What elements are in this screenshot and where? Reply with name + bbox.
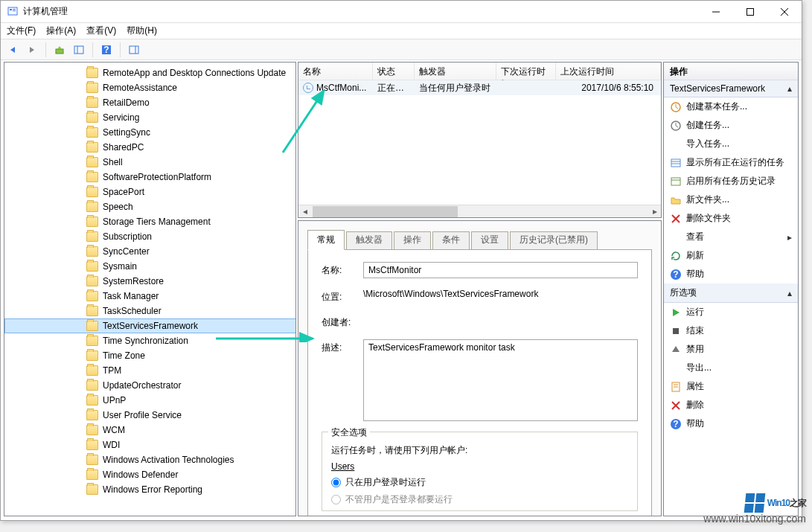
tree-pane[interactable]: RemoteApp and Desktop Connections Update… — [4, 62, 296, 516]
action-group-2-title[interactable]: 所选项▴ — [664, 283, 798, 303]
col-next-run[interactable]: 下次运行时间 — [496, 63, 556, 80]
action-help[interactable]: ?帮助 — [664, 265, 798, 283]
action-new-folder[interactable]: 新文件夹... — [664, 190, 798, 209]
action-disable[interactable]: 禁用 — [664, 340, 798, 359]
tree-item[interactable]: Windows Activation Technologies — [4, 452, 296, 467]
menu-view[interactable]: 查看(V) — [86, 25, 116, 37]
tree-item-label: SpacePort — [103, 187, 144, 197]
tree-item[interactable]: RemoteApp and Desktop Connections Update — [4, 65, 296, 80]
tree-item[interactable]: Task Manager — [4, 289, 296, 304]
svg-rect-3 — [13, 10, 16, 11]
tree-item[interactable]: SyncCenter — [4, 244, 296, 259]
tree-item-label: Speech — [103, 202, 133, 212]
action-properties[interactable]: 属性 — [664, 377, 798, 396]
action-pane-button[interactable] — [125, 42, 143, 58]
tree-item[interactable]: Sysmain — [4, 259, 296, 274]
field-name[interactable]: MsCtfMonitor — [363, 262, 638, 278]
radio-not-logged-on[interactable] — [331, 495, 341, 504]
tree-item[interactable]: SharedPC — [4, 140, 296, 155]
help-toolbar-button[interactable]: ? — [97, 42, 115, 58]
security-account[interactable]: Users — [331, 461, 628, 472]
radio-logged-on-label: 只在用户登录时运行 — [345, 476, 426, 489]
tree-item[interactable]: TextServicesFramework — [4, 318, 296, 333]
action-enable-history[interactable]: 启用所有任务历史记录 — [664, 172, 798, 190]
action-refresh[interactable]: 刷新 — [664, 246, 798, 265]
tree-item-label: Task Manager — [103, 291, 159, 301]
menu-file[interactable]: 文件(F) — [7, 25, 36, 37]
tab-actions[interactable]: 操作 — [394, 231, 431, 250]
tree-item[interactable]: UPnP — [4, 393, 296, 408]
tree-item[interactable]: Speech — [4, 199, 296, 214]
tree-item[interactable]: Shell — [4, 155, 296, 170]
col-last-run[interactable]: 上次运行时间 — [556, 63, 661, 80]
action-create-basic-task[interactable]: 创建基本任务... — [664, 97, 798, 116]
tree-item[interactable]: TPM — [4, 363, 296, 378]
col-status[interactable]: 状态 — [373, 63, 415, 80]
svg-text:?: ? — [673, 419, 678, 429]
forward-button[interactable] — [23, 42, 41, 58]
tree-item[interactable]: Time Zone — [4, 348, 296, 363]
minimize-button[interactable] — [699, 1, 733, 23]
tree-item[interactable]: WDI — [4, 438, 296, 452]
action-help2[interactable]: ?帮助 — [664, 414, 798, 433]
tree-item-label: RetailDemo — [103, 97, 150, 108]
tree-item[interactable]: SettingSync — [4, 125, 296, 140]
tree-item[interactable]: Subscription — [4, 229, 296, 244]
tree-item[interactable]: Servicing — [4, 110, 296, 125]
task-name: MsCtfMoni... — [316, 83, 366, 93]
back-button[interactable] — [4, 42, 22, 58]
field-description[interactable] — [363, 339, 638, 421]
radio-logged-on-row[interactable]: 只在用户登录时运行 — [331, 476, 628, 489]
action-delete-folder[interactable]: 删除文件夹 — [664, 209, 798, 228]
maximize-button[interactable] — [733, 1, 767, 23]
action-group-1-title[interactable]: TextServicesFramework▴ — [664, 80, 798, 97]
up-button[interactable] — [51, 42, 68, 58]
task-row[interactable]: MsCtfMoni... 正在运行 当任何用户登录时 2017/10/6 8:5… — [298, 80, 661, 95]
tree-item[interactable]: UpdateOrchestrator — [4, 378, 296, 393]
tab-settings[interactable]: 设置 — [471, 231, 508, 250]
tab-general[interactable]: 常规 — [307, 230, 345, 250]
tab-conditions[interactable]: 条件 — [432, 231, 470, 250]
action-show-running[interactable]: 显示所有正在运行的任务 — [664, 153, 798, 172]
folder-icon — [86, 276, 98, 286]
tree-item[interactable]: RemoteAssistance — [4, 80, 296, 95]
tree-item[interactable]: Time Synchronization — [4, 333, 296, 348]
show-hide-button[interactable] — [70, 42, 88, 58]
action-view[interactable]: 查看 — [664, 228, 798, 246]
tree-item[interactable]: User Profile Service — [4, 408, 296, 423]
tree-item-label: UPnP — [103, 395, 126, 406]
action-import-task[interactable]: 导入任务... — [664, 135, 798, 153]
action-create-task[interactable]: 创建任务... — [664, 116, 798, 135]
tree-item[interactable]: TaskScheduler — [4, 304, 296, 318]
close-button[interactable] — [767, 1, 802, 23]
action-end[interactable]: 结束 — [664, 321, 798, 340]
tree-item[interactable]: SoftwareProtectionPlatform — [4, 170, 296, 185]
blank-icon — [670, 231, 682, 243]
menu-help[interactable]: 帮助(H) — [127, 25, 157, 37]
radio-logged-on[interactable] — [331, 478, 341, 487]
action-run[interactable]: 运行 — [664, 303, 798, 321]
tree-item-label: RemoteAssistance — [103, 83, 177, 93]
task-status: 正在运行 — [373, 82, 415, 94]
blank-icon — [670, 138, 682, 150]
action-delete[interactable]: 删除 — [664, 396, 798, 414]
radio-not-logged-on-row[interactable]: 不管用户是否登录都要运行 — [331, 493, 628, 506]
task-list-scrollbar[interactable]: ◂▸ — [298, 205, 661, 217]
tree-item[interactable]: SystemRestore — [4, 274, 296, 289]
tree-item[interactable]: Windows Error Reporting — [4, 482, 296, 497]
col-name[interactable]: 名称 — [298, 63, 373, 80]
action-export[interactable]: 导出... — [664, 359, 798, 377]
tab-history[interactable]: 历史记录(已禁用) — [510, 231, 598, 250]
tree-item[interactable]: WCM — [4, 423, 296, 438]
tab-triggers[interactable]: 触发器 — [346, 231, 392, 250]
tree-item-label: SoftwareProtectionPlatform — [103, 172, 211, 182]
tree-item[interactable]: RetailDemo — [4, 95, 296, 110]
action-label: 查看 — [686, 231, 704, 243]
tree-item-label: Windows Defender — [103, 469, 178, 480]
folder-icon — [86, 83, 98, 93]
menu-action[interactable]: 操作(A) — [46, 25, 76, 37]
tree-item[interactable]: Storage Tiers Management — [4, 214, 296, 229]
col-trigger[interactable]: 触发器 — [415, 63, 496, 80]
tree-item[interactable]: Windows Defender — [4, 467, 296, 482]
tree-item[interactable]: SpacePort — [4, 185, 296, 199]
